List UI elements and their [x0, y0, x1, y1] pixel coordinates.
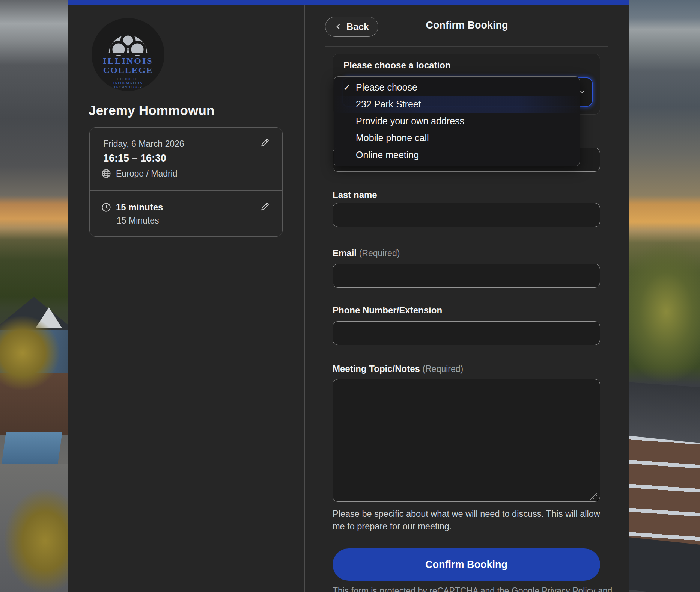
confirm-booking-button[interactable]: Confirm Booking — [333, 548, 600, 581]
location-label: Please choose a location — [343, 60, 450, 71]
dorm-brick-facade — [629, 436, 700, 552]
card-divider — [90, 190, 282, 191]
logo-dept-line2: INFORMATION — [113, 81, 143, 85]
booking-app-panel: ILLINOIS COLLEGE OFFICE OF INFORMATION T… — [68, 0, 629, 592]
sidebar: ILLINOIS COLLEGE OFFICE OF INFORMATION T… — [68, 5, 304, 592]
logo-dept-line1: OFFICE OF — [117, 77, 139, 81]
menu-item-please-choose[interactable]: ✓ Please choose — [334, 79, 580, 96]
illinois-college-logo: ILLINOIS COLLEGE OFFICE OF INFORMATION T… — [92, 18, 164, 91]
duration-row: 15 minutes — [101, 202, 163, 213]
globe-icon — [101, 168, 111, 179]
blue-dumpster — [2, 432, 62, 464]
recaptcha-note: This form is protected by reCAPTCHA and … — [333, 586, 601, 592]
last-name-input[interactable] — [333, 203, 600, 227]
menu-item-mobile-phone-call[interactable]: Mobile phone call — [334, 130, 580, 146]
phone-input[interactable] — [333, 321, 600, 345]
textarea-resize-handle[interactable] — [590, 493, 597, 500]
email-required-note: (Required) — [359, 248, 400, 258]
booking-summary-card: Friday, 6 March 2026 16:15 – 16:30 Europ… — [89, 127, 283, 237]
menu-item-online-meeting[interactable]: Online meeting — [334, 146, 580, 163]
header-divider — [325, 46, 608, 47]
check-icon: ✓ — [343, 82, 351, 93]
sunlit-trees — [629, 240, 700, 383]
page-title: Confirm Booking — [305, 20, 629, 31]
booking-date: Friday, 6 March 2026 — [103, 139, 184, 149]
notes-required-note: (Required) — [423, 364, 464, 374]
logo-org-line2: COLLEGE — [103, 65, 153, 75]
pencil-icon — [260, 201, 270, 212]
duration-value: 15 minutes — [116, 202, 163, 213]
main-panel: Back Confirm Booking Please choose a loc… — [305, 5, 629, 592]
notes-helper-text: Please be specific about what we will ne… — [333, 508, 601, 533]
logo-dept-line3: TECHNOLOGY — [114, 85, 143, 89]
meeting-topic-textarea[interactable] — [333, 379, 600, 502]
edit-duration-button[interactable] — [259, 201, 271, 213]
edit-datetime-button[interactable] — [259, 137, 271, 149]
background-photo-right — [629, 0, 700, 592]
timezone-row: Europe / Madrid — [101, 168, 178, 179]
duration-sub-label: 15 Minutes — [117, 216, 159, 226]
top-accent-bar — [68, 0, 629, 5]
phone-label: Phone Number/Extension — [333, 305, 442, 316]
dorm-lower-roof — [629, 537, 700, 592]
pencil-icon — [260, 137, 270, 148]
logo-org-line1: ILLINOIS — [103, 56, 153, 66]
dorm-roof — [629, 382, 700, 443]
clock-icon — [101, 202, 111, 213]
meeting-topic-label: Meeting Topic/Notes (Required) — [333, 364, 463, 374]
email-label: Email (Required) — [333, 248, 400, 258]
last-name-label: Last name — [333, 190, 377, 200]
menu-item-own-address[interactable]: Provide your own address — [334, 113, 580, 130]
email-input[interactable] — [333, 264, 600, 288]
location-dropdown-menu: ✓ Please choose 232 Park Street Provide … — [334, 76, 580, 166]
host-name: Jeremy Hommowun — [89, 103, 284, 118]
background-photo-left — [0, 0, 68, 592]
booking-time-range: 16:15 – 16:30 — [103, 153, 166, 164]
menu-item-232-park-street[interactable]: 232 Park Street — [334, 96, 580, 113]
timezone-label: Europe / Madrid — [116, 169, 178, 179]
